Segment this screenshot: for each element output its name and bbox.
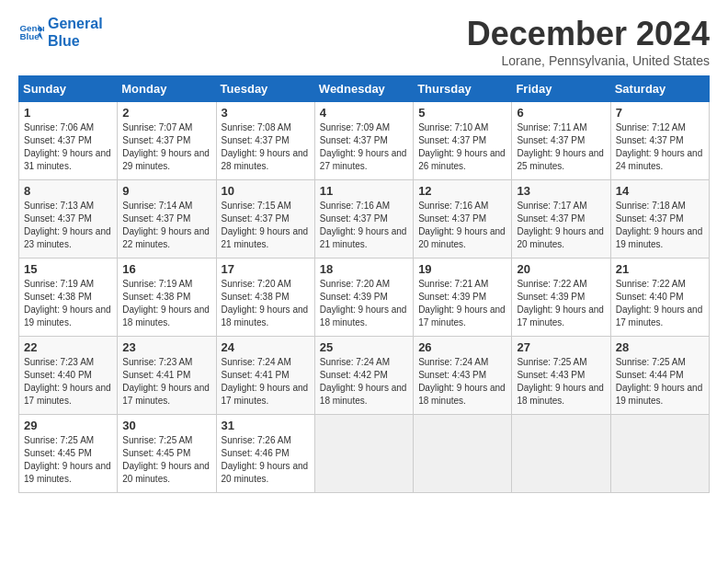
day-number: 18 [320, 262, 408, 276]
day-number: 15 [24, 262, 112, 276]
calendar-table: SundayMondayTuesdayWednesdayThursdayFrid… [18, 75, 710, 493]
day-number: 1 [24, 106, 112, 120]
cell-info: Sunrise: 7:24 AMSunset: 4:41 PMDaylight:… [222, 357, 309, 406]
day-cell: 24Sunrise: 7:24 AMSunset: 4:41 PMDayligh… [216, 337, 314, 415]
cell-info: Sunrise: 7:17 AMSunset: 4:37 PMDaylight:… [517, 201, 604, 249]
week-row-4: 22Sunrise: 7:23 AMSunset: 4:40 PMDayligh… [19, 337, 710, 415]
logo-general: General [48, 16, 103, 31]
svg-text:Blue: Blue [19, 32, 40, 42]
week-row-3: 15Sunrise: 7:19 AMSunset: 4:38 PMDayligh… [19, 259, 710, 337]
cell-info: Sunrise: 7:25 AMSunset: 4:43 PMDaylight:… [517, 357, 604, 406]
day-cell: 10Sunrise: 7:15 AMSunset: 4:37 PMDayligh… [216, 180, 314, 259]
day-number: 12 [418, 184, 506, 198]
week-row-5: 29Sunrise: 7:25 AMSunset: 4:45 PMDayligh… [19, 415, 710, 493]
cell-info: Sunrise: 7:25 AMSunset: 4:44 PMDaylight:… [616, 357, 703, 406]
day-number: 3 [222, 106, 310, 120]
month-title: December 2024 [467, 15, 710, 53]
day-cell: 23Sunrise: 7:23 AMSunset: 4:41 PMDayligh… [118, 337, 216, 415]
day-cell: 9Sunrise: 7:14 AMSunset: 4:37 PMDaylight… [118, 180, 216, 259]
col-header-sunday: Sunday [19, 76, 118, 102]
cell-info: Sunrise: 7:18 AMSunset: 4:37 PMDaylight:… [616, 201, 703, 249]
day-cell: 30Sunrise: 7:25 AMSunset: 4:45 PMDayligh… [118, 415, 216, 493]
day-cell: 3Sunrise: 7:08 AMSunset: 4:37 PMDaylight… [216, 102, 314, 180]
cell-info: Sunrise: 7:08 AMSunset: 4:37 PMDaylight:… [222, 122, 309, 171]
day-number: 5 [418, 106, 506, 120]
day-cell: 12Sunrise: 7:16 AMSunset: 4:37 PMDayligh… [414, 180, 512, 259]
logo: General Blue General Blue [18, 15, 103, 50]
day-number: 26 [418, 340, 506, 354]
day-cell [610, 415, 709, 493]
day-number: 9 [122, 184, 210, 198]
day-number: 10 [222, 184, 310, 198]
day-cell: 25Sunrise: 7:24 AMSunset: 4:42 PMDayligh… [314, 337, 413, 415]
cell-info: Sunrise: 7:13 AMSunset: 4:37 PMDaylight:… [24, 201, 111, 249]
day-cell [314, 415, 413, 493]
day-number: 30 [122, 419, 210, 432]
day-cell: 27Sunrise: 7:25 AMSunset: 4:43 PMDayligh… [512, 337, 610, 415]
day-cell: 11Sunrise: 7:16 AMSunset: 4:37 PMDayligh… [314, 180, 413, 259]
cell-info: Sunrise: 7:24 AMSunset: 4:43 PMDaylight:… [418, 357, 506, 406]
day-cell: 6Sunrise: 7:11 AMSunset: 4:37 PMDaylight… [512, 102, 610, 180]
cell-info: Sunrise: 7:19 AMSunset: 4:38 PMDaylight:… [122, 279, 210, 327]
day-number: 6 [517, 106, 605, 120]
day-cell: 21Sunrise: 7:22 AMSunset: 4:40 PMDayligh… [610, 259, 709, 337]
day-number: 20 [517, 262, 605, 276]
col-header-wednesday: Wednesday [314, 76, 413, 102]
day-number: 19 [418, 262, 506, 276]
location: Lorane, Pennsylvania, United States [467, 53, 710, 68]
day-cell: 5Sunrise: 7:10 AMSunset: 4:37 PMDaylight… [414, 102, 512, 180]
day-number: 31 [222, 419, 310, 432]
cell-info: Sunrise: 7:12 AMSunset: 4:37 PMDaylight:… [616, 122, 703, 171]
day-number: 13 [517, 184, 605, 198]
cell-info: Sunrise: 7:26 AMSunset: 4:46 PMDaylight:… [222, 435, 309, 484]
cell-info: Sunrise: 7:24 AMSunset: 4:42 PMDaylight:… [320, 357, 407, 406]
day-number: 28 [616, 340, 704, 354]
col-header-tuesday: Tuesday [216, 76, 314, 102]
day-cell: 13Sunrise: 7:17 AMSunset: 4:37 PMDayligh… [512, 180, 610, 259]
cell-info: Sunrise: 7:15 AMSunset: 4:37 PMDaylight:… [222, 201, 309, 249]
logo-blue: Blue [48, 33, 80, 49]
day-number: 14 [616, 184, 704, 198]
day-number: 27 [517, 340, 605, 354]
day-cell: 17Sunrise: 7:20 AMSunset: 4:38 PMDayligh… [216, 259, 314, 337]
col-header-friday: Friday [512, 76, 610, 102]
page-header: General Blue General Blue December 2024 … [18, 15, 710, 68]
day-number: 8 [24, 184, 112, 198]
day-cell: 1Sunrise: 7:06 AMSunset: 4:37 PMDaylight… [19, 102, 118, 180]
day-cell: 20Sunrise: 7:22 AMSunset: 4:39 PMDayligh… [512, 259, 610, 337]
logo-icon: General Blue [18, 19, 44, 45]
day-number: 23 [122, 340, 210, 354]
week-row-1: 1Sunrise: 7:06 AMSunset: 4:37 PMDaylight… [19, 102, 710, 180]
cell-info: Sunrise: 7:25 AMSunset: 4:45 PMDaylight:… [122, 435, 210, 484]
day-number: 4 [320, 106, 408, 120]
cell-info: Sunrise: 7:20 AMSunset: 4:39 PMDaylight:… [320, 279, 407, 327]
cell-info: Sunrise: 7:19 AMSunset: 4:38 PMDaylight:… [24, 279, 111, 327]
day-cell: 14Sunrise: 7:18 AMSunset: 4:37 PMDayligh… [610, 180, 709, 259]
cell-info: Sunrise: 7:16 AMSunset: 4:37 PMDaylight:… [320, 201, 407, 249]
day-number: 17 [222, 262, 310, 276]
day-number: 21 [616, 262, 704, 276]
cell-info: Sunrise: 7:22 AMSunset: 4:39 PMDaylight:… [517, 279, 604, 327]
day-cell: 2Sunrise: 7:07 AMSunset: 4:37 PMDaylight… [118, 102, 216, 180]
day-number: 24 [222, 340, 310, 354]
cell-info: Sunrise: 7:10 AMSunset: 4:37 PMDaylight:… [418, 122, 506, 171]
day-number: 7 [616, 106, 704, 120]
day-number: 22 [24, 340, 112, 354]
day-cell: 31Sunrise: 7:26 AMSunset: 4:46 PMDayligh… [216, 415, 314, 493]
day-number: 29 [24, 419, 112, 432]
col-header-saturday: Saturday [610, 76, 709, 102]
day-cell: 19Sunrise: 7:21 AMSunset: 4:39 PMDayligh… [414, 259, 512, 337]
cell-info: Sunrise: 7:25 AMSunset: 4:45 PMDaylight:… [24, 435, 111, 484]
cell-info: Sunrise: 7:22 AMSunset: 4:40 PMDaylight:… [616, 279, 703, 327]
day-number: 2 [122, 106, 210, 120]
cell-info: Sunrise: 7:20 AMSunset: 4:38 PMDaylight:… [222, 279, 309, 327]
cell-info: Sunrise: 7:23 AMSunset: 4:40 PMDaylight:… [24, 357, 111, 406]
cell-info: Sunrise: 7:14 AMSunset: 4:37 PMDaylight:… [122, 201, 210, 249]
col-header-monday: Monday [118, 76, 216, 102]
cell-info: Sunrise: 7:16 AMSunset: 4:37 PMDaylight:… [418, 201, 506, 249]
day-number: 25 [320, 340, 408, 354]
title-block: December 2024 Lorane, Pennsylvania, Unit… [467, 15, 710, 68]
day-cell [414, 415, 512, 493]
day-cell: 18Sunrise: 7:20 AMSunset: 4:39 PMDayligh… [314, 259, 413, 337]
cell-info: Sunrise: 7:23 AMSunset: 4:41 PMDaylight:… [122, 357, 210, 406]
